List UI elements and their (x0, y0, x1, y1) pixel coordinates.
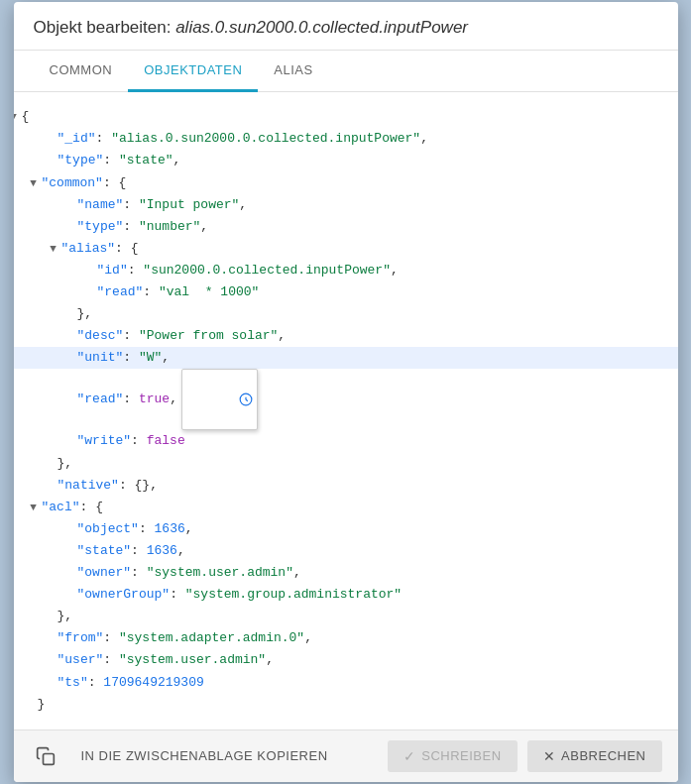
json-value: 1709649219309 (103, 675, 203, 690)
json-value: { (119, 175, 127, 190)
toggle-btn[interactable]: ▼ (26, 500, 42, 515)
json-value: 1636 (147, 543, 177, 558)
json-line: }, (14, 606, 678, 627)
json-text: }, (58, 453, 670, 475)
dialog-footer: IN DIE ZWISCHENABLAGE KOPIEREN ✓ SCHREIB… (14, 729, 678, 782)
clipboard-icon-btn[interactable] (30, 740, 61, 772)
json-line: "ownerGroup": "system.group.administrato… (14, 584, 678, 606)
json-line: "id": "sun2000.0.collected.inputPower", (14, 260, 678, 281)
json-line: }, (14, 303, 678, 325)
json-value: "val * 1000" (159, 284, 259, 299)
json-value: { (131, 241, 139, 256)
json-content-area: ▼{"_id": "alias.0.sun2000.0.collected.in… (14, 92, 678, 728)
tab-objektdaten[interactable]: OBJEKTDATEN (128, 51, 258, 92)
cancel-button[interactable]: ✕ ABBRECHEN (527, 740, 662, 772)
json-line: "from": "system.adapter.admin.0", (14, 627, 678, 649)
json-key: "alias" (61, 241, 116, 256)
json-key: "read" (97, 284, 144, 299)
json-viewer: ▼{"_id": "alias.0.sun2000.0.collected.in… (14, 102, 678, 719)
json-line: "type": "state", (14, 150, 678, 171)
json-line: "owner": "system.user.admin", (14, 562, 678, 584)
json-key: "state" (77, 543, 132, 558)
json-key: "name" (77, 197, 124, 212)
json-line: "_id": "alias.0.sun2000.0.collected.inpu… (14, 128, 678, 150)
json-line: "write": false (14, 430, 678, 452)
json-key: "read" (77, 392, 124, 407)
svg-rect-1 (43, 753, 54, 764)
toggle-btn[interactable]: ▼ (46, 241, 61, 257)
footer-left: IN DIE ZWISCHENABLAGE KOPIEREN (30, 740, 378, 772)
json-value: true (139, 392, 170, 407)
dialog-header: Objekt bearbeiten: alias.0.sun2000.0.col… (14, 2, 678, 51)
json-value: "system.user.admin" (147, 565, 293, 580)
json-key: "id" (97, 263, 128, 278)
json-text: }, (58, 606, 670, 627)
json-value: { (95, 500, 103, 514)
json-line: "unit": "W", (14, 347, 678, 369)
json-value: "Power from solar" (139, 328, 278, 343)
json-key: "native" (58, 478, 119, 493)
json-value: "system.adapter.admin.0" (119, 630, 304, 645)
json-line: "name": "Input power", (14, 194, 678, 216)
json-value: "alias.0.sun2000.0.collected.inputPower" (111, 131, 420, 146)
json-key: "owner" (77, 565, 132, 580)
json-line: "read": "val * 1000" (14, 281, 678, 303)
tab-alias[interactable]: ALIAS (258, 51, 328, 92)
json-value: "state" (119, 153, 173, 168)
tabs-container: COMMON OBJEKTDATEN ALIAS (14, 51, 678, 92)
json-value: "Input power" (139, 197, 239, 212)
json-line: "read": true, (14, 369, 678, 430)
json-key: "ownerGroup" (77, 587, 171, 602)
dialog-title: Objekt bearbeiten: alias.0.sun2000.0.col… (34, 18, 469, 37)
json-line: "native": {}, (14, 475, 678, 497)
json-line: "state": 1636, (14, 540, 678, 562)
json-text: } (38, 694, 670, 716)
json-value: 1636 (155, 521, 185, 536)
close-icon: ✕ (543, 748, 556, 764)
tab-common[interactable]: COMMON (34, 51, 129, 92)
json-value: "W" (139, 350, 162, 365)
write-button[interactable]: ✓ SCHREIBEN (388, 740, 518, 772)
json-line: }, (14, 453, 678, 475)
toggle-btn[interactable]: ▼ (14, 109, 22, 125)
json-line: ▼"common": { (14, 172, 678, 194)
json-key: "acl" (42, 500, 80, 514)
json-key: "from" (58, 630, 104, 645)
json-text: }, (77, 303, 670, 325)
edit-dialog: Objekt bearbeiten: alias.0.sun2000.0.col… (14, 2, 678, 781)
copy-to-clipboard-button[interactable]: IN DIE ZWISCHENABLAGE KOPIEREN (71, 742, 338, 769)
json-line: ▼"acl": { (14, 497, 678, 518)
json-value: {} (135, 478, 151, 493)
json-line: ▼"alias": { (14, 238, 678, 260)
json-line: "object": 1636, (14, 518, 678, 540)
json-line: "ts": 1709649219309 (14, 672, 678, 694)
json-key: "type" (77, 219, 124, 234)
json-line: "type": "number", (14, 216, 678, 238)
json-key: "common" (42, 175, 103, 190)
json-value: "sun2000.0.collected.inputPower" (143, 263, 391, 278)
json-key: "ts" (58, 675, 88, 690)
json-key: "user" (58, 652, 104, 667)
json-line: ▼{ (14, 106, 678, 128)
json-value: false (147, 433, 185, 448)
json-line: "desc": "Power from solar", (14, 325, 678, 347)
json-value: "system.group.administrator" (185, 587, 402, 602)
json-key: "_id" (58, 131, 96, 146)
json-key: "desc" (77, 328, 124, 343)
toggle-btn[interactable]: ▼ (26, 175, 42, 191)
autocomplete-popup (181, 369, 258, 430)
json-key: "type" (58, 153, 104, 168)
json-line: "user": "system.user.admin", (14, 649, 678, 671)
json-value: "number" (139, 219, 200, 234)
json-text: { (22, 106, 670, 128)
json-key: "write" (77, 433, 132, 448)
json-key: "object" (77, 521, 139, 536)
json-value: "system.user.admin" (119, 652, 266, 667)
json-key: "unit" (77, 350, 124, 365)
json-line: } (14, 694, 678, 716)
check-icon: ✓ (403, 748, 416, 764)
